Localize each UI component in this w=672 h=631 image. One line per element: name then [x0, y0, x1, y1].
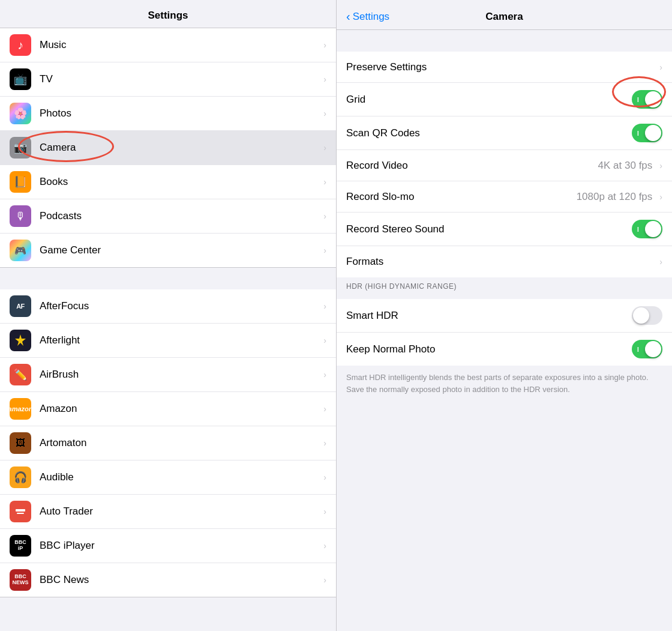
- settings-item-airbrush[interactable]: ✏️ AirBrush ›: [0, 358, 336, 392]
- settings-item-photos[interactable]: 🌸 Photos ›: [0, 97, 336, 131]
- chevron-icon: ›: [323, 541, 326, 551]
- keepnormal-toggle[interactable]: I: [632, 340, 662, 358]
- settings-item-books[interactable]: 📙 Books ›: [0, 165, 336, 199]
- music-icon: ♪: [10, 34, 31, 56]
- tv-icon: 📺: [10, 68, 31, 90]
- camera-item-smarthdr: Smart HDR: [337, 299, 672, 333]
- toggle-on-label: I: [637, 130, 639, 136]
- camera-icon: 📷: [10, 137, 31, 159]
- settings-item-audible[interactable]: 🎧 Audible ›: [0, 460, 336, 495]
- camera-item-recordslomo[interactable]: Record Slo-mo 1080p at 120 fps ›: [337, 181, 672, 213]
- afterfocus-label: AfterFocus: [40, 300, 320, 312]
- bbcnews-icon: BBCNEWS: [10, 569, 31, 591]
- chevron-icon: ›: [323, 507, 326, 516]
- photos-icon: 🌸: [10, 103, 31, 124]
- recordvideo-value: 4K at 30 fps: [598, 160, 653, 172]
- settings-item-podcasts[interactable]: 🎙 Podcasts ›: [0, 199, 336, 234]
- chevron-icon: ›: [659, 257, 662, 267]
- podcasts-label: Podcasts: [40, 210, 320, 222]
- autotrader-label: Auto Trader: [40, 506, 320, 518]
- chevron-icon: ›: [659, 192, 662, 202]
- settings-item-amazon[interactable]: amazon Amazon ›: [0, 392, 336, 426]
- svg-rect-1: [16, 509, 25, 512]
- books-label: Books: [40, 176, 320, 188]
- chevron-icon: ›: [323, 301, 326, 311]
- podcasts-icon: 🎙: [10, 205, 31, 227]
- scanqr-label: Scan QR Codes: [346, 127, 632, 139]
- recordstereo-label: Record Stereo Sound: [346, 223, 632, 235]
- svg-marker-0: [15, 334, 26, 346]
- third-party-apps-list: AF AfterFocus › Afterlight › ✏️ AirBrush…: [0, 289, 336, 597]
- smarthdr-toggle[interactable]: [632, 306, 662, 325]
- back-label: Settings: [353, 11, 389, 23]
- preserve-label: Preserve Settings: [346, 61, 656, 73]
- photos-label: Photos: [40, 107, 320, 119]
- camera-item-scanqr: Scan QR Codes I: [337, 116, 672, 150]
- chevron-icon: ›: [323, 109, 326, 118]
- left-panel: Settings ♪ Music › 📺 TV › 🌸 Photos ›: [0, 0, 336, 631]
- toggle-knob: [645, 91, 661, 107]
- books-icon: 📙: [10, 171, 31, 193]
- settings-item-afterfocus[interactable]: AF AfterFocus ›: [0, 289, 336, 324]
- settings-item-afterlight[interactable]: Afterlight ›: [0, 324, 336, 358]
- chevron-icon: ›: [323, 336, 326, 345]
- recordslomo-label: Record Slo-mo: [346, 191, 577, 203]
- camera-item-grid: Grid I: [337, 83, 672, 116]
- section-separator: [0, 268, 336, 289]
- settings-item-bbcnews[interactable]: BBCNEWS BBC News ›: [0, 563, 336, 597]
- toggle-on-label: I: [637, 226, 639, 232]
- chevron-icon: ›: [323, 438, 326, 448]
- autotrader-icon: [10, 501, 31, 522]
- recordstereo-toggle[interactable]: I: [632, 220, 662, 238]
- left-panel-title: Settings: [0, 0, 336, 28]
- camera-item-formats[interactable]: Formats ›: [337, 246, 672, 277]
- camera-item-preserve[interactable]: Preserve Settings ›: [337, 52, 672, 83]
- svg-rect-2: [17, 513, 24, 514]
- audible-icon: 🎧: [10, 466, 31, 488]
- recordslomo-value: 1080p at 120 fps: [577, 191, 653, 203]
- chevron-icon: ›: [659, 62, 662, 72]
- artomaton-label: Artomaton: [40, 437, 320, 449]
- settings-item-camera[interactable]: 📷 Camera ›: [0, 131, 336, 165]
- toggle-knob: [633, 307, 649, 324]
- chevron-icon: ›: [659, 161, 662, 171]
- bbciplayer-icon: BBCiP: [10, 535, 31, 557]
- chevron-icon: ›: [323, 404, 326, 414]
- recordvideo-label: Record Video: [346, 160, 598, 172]
- tv-label: TV: [40, 73, 320, 85]
- toggle-knob: [645, 125, 661, 141]
- hdr-description: Smart HDR intelligently blends the best …: [337, 366, 672, 405]
- settings-item-gamecenter[interactable]: 🎮 Game Center ›: [0, 234, 336, 267]
- gamecenter-icon: 🎮: [10, 240, 31, 261]
- settings-item-bbciplayer[interactable]: BBCiP BBC iPlayer ›: [0, 529, 336, 563]
- grid-toggle[interactable]: I: [632, 90, 662, 109]
- bbciplayer-label: BBC iPlayer: [40, 540, 320, 552]
- afterlight-icon: [10, 330, 31, 351]
- chevron-icon: ›: [323, 143, 326, 152]
- audible-label: Audible: [40, 471, 320, 483]
- toggle-on-label: I: [637, 96, 639, 103]
- camera-item-recordvideo[interactable]: Record Video 4K at 30 fps ›: [337, 150, 672, 181]
- settings-item-artomaton[interactable]: 🖼 Artomaton ›: [0, 426, 336, 460]
- toggle-knob: [645, 341, 661, 357]
- scanqr-toggle[interactable]: I: [632, 124, 662, 142]
- hdr-settings-list: Smart HDR Keep Normal Photo I: [337, 299, 672, 366]
- chevron-icon: ›: [323, 472, 326, 482]
- settings-item-music[interactable]: ♪ Music ›: [0, 28, 336, 62]
- right-panel-header: ‹ Settings Camera: [337, 0, 672, 30]
- formats-label: Formats: [346, 256, 656, 268]
- back-button[interactable]: ‹ Settings: [346, 10, 389, 23]
- right-top-bar: [337, 30, 672, 52]
- settings-item-autotrader[interactable]: Auto Trader ›: [0, 495, 336, 529]
- bbcnews-label: BBC News: [40, 574, 320, 586]
- music-label: Music: [40, 39, 320, 51]
- settings-item-tv[interactable]: 📺 TV ›: [0, 62, 336, 97]
- header-wrapper: ‹ Settings Camera: [346, 10, 662, 23]
- artomaton-icon: 🖼: [10, 432, 31, 454]
- chevron-icon: ›: [323, 177, 326, 187]
- right-panel: ‹ Settings Camera Preserve Settings › Gr…: [336, 0, 672, 631]
- chevron-icon: ›: [323, 246, 326, 255]
- toggle-on-label: I: [637, 346, 639, 352]
- toggle-knob: [645, 221, 661, 237]
- back-chevron-icon: ‹: [346, 10, 350, 23]
